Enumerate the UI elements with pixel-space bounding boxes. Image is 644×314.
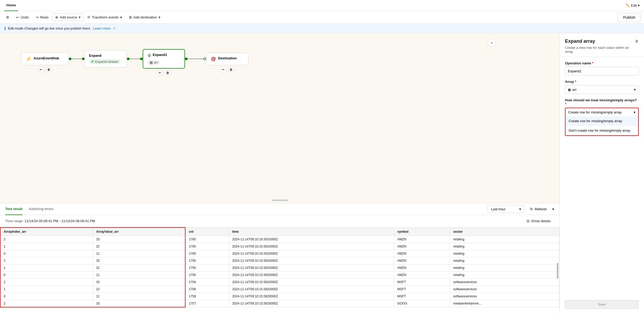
node-edit-button[interactable]: ✏ bbox=[157, 70, 163, 76]
table-row: 23317562024-11-14T09:10:15.5820000ZAMZNr… bbox=[0, 257, 559, 264]
node-actions: ✏ 🗑 bbox=[157, 70, 171, 76]
table-cell: MSFT bbox=[394, 286, 450, 293]
col-header-time: time bbox=[229, 227, 394, 236]
table-cell: retailing bbox=[450, 250, 559, 257]
info-bar: ℹ Edit mode Changes will go live once yo… bbox=[0, 24, 644, 33]
right-panel: Expand array Create a new row for each v… bbox=[559, 33, 644, 314]
operation-name-input[interactable] bbox=[565, 67, 639, 75]
col-header-cnt: cnt bbox=[185, 227, 229, 236]
table-cell: mediaentertainme... bbox=[450, 300, 559, 307]
missing-arrays-field: How should we treat missing/empty arrays… bbox=[565, 98, 639, 136]
node-actions-dest: ✏ 🗑 bbox=[220, 66, 234, 73]
table-cell: 1760 bbox=[185, 250, 229, 257]
results-table: ArrayIndex_arr ArrayValue_arr cnt time s… bbox=[0, 227, 559, 307]
tab-authoring-errors[interactable]: Authoring errors bbox=[29, 203, 53, 215]
add-node-button[interactable]: + bbox=[488, 39, 496, 47]
table-row: 23317602024-11-14T09:10:16.5910000ZAMZNr… bbox=[0, 236, 559, 243]
panel-subtitle: Create a new row for each value within a… bbox=[565, 46, 635, 54]
table-cell: MSFT bbox=[394, 293, 450, 300]
add-destination-chevron-icon: ▾ bbox=[159, 15, 160, 19]
table-cell: 1758 bbox=[185, 293, 229, 300]
save-button[interactable]: Save bbox=[565, 300, 639, 309]
table-cell: 22 bbox=[93, 243, 185, 250]
destination-icon: 🎯 bbox=[211, 56, 216, 61]
expand-chevron-icon[interactable]: ▾ bbox=[552, 207, 554, 211]
table-cell: 1756 bbox=[185, 257, 229, 264]
node-subtitle: ⟳ Expand-stream bbox=[89, 59, 121, 64]
table-cell: 0 bbox=[0, 293, 93, 300]
table-cell: 1758 bbox=[185, 286, 229, 293]
publish-button[interactable]: Publish bbox=[618, 13, 641, 22]
home-tab[interactable]: Home bbox=[4, 0, 18, 11]
missing-arrays-select[interactable]: Create row for missing/empty array ▾ bbox=[565, 108, 639, 116]
node-edit-button[interactable]: ✏ bbox=[38, 66, 44, 73]
node-delete-button[interactable]: 🗑 bbox=[165, 70, 171, 76]
edit-pencil-icon: ✏️ bbox=[626, 3, 630, 7]
add-destination-icon: ⊞ bbox=[129, 15, 132, 19]
table-cell: AMZN bbox=[394, 236, 450, 243]
time-range-chevron-icon: ▾ bbox=[519, 207, 521, 211]
show-details-button[interactable]: ⊟ Show details bbox=[523, 217, 554, 225]
table-cell: AMZN bbox=[394, 264, 450, 272]
table-cell: 1 bbox=[0, 286, 93, 293]
tab-test-result[interactable]: Test result bbox=[5, 203, 22, 215]
table-cell: 2024-11-14T09:10:15.5820000Z bbox=[229, 279, 394, 286]
time-range-select[interactable]: Last hour ▾ bbox=[488, 205, 525, 213]
redo-button[interactable]: ↪ Redo bbox=[33, 13, 51, 21]
array-select[interactable]: ▦ arr ▾ bbox=[565, 85, 639, 94]
bottom-panel: Test result Authoring errors Last hour ▾… bbox=[0, 203, 559, 314]
undo-button[interactable]: ↩ Undo bbox=[13, 13, 32, 21]
node-destination[interactable]: 🎯 Destination ✏ 🗑 bbox=[206, 53, 248, 65]
table-cell: retailing bbox=[450, 272, 559, 279]
table-cell: 2024-11-14T09:10:15.5820000Z bbox=[229, 257, 394, 264]
redo-icon: ↪ bbox=[36, 15, 39, 19]
node-azure-event-hub[interactable]: ⚡ AzureEventHub ✏ 🗑 bbox=[21, 53, 69, 65]
panel-header: Expand array Create a new row for each v… bbox=[560, 33, 644, 57]
array-select-chevron-icon: ▾ bbox=[634, 88, 636, 92]
array-label: Array * bbox=[565, 80, 639, 84]
info-icon: ℹ bbox=[4, 26, 6, 31]
horizontal-scrollbar[interactable] bbox=[272, 199, 288, 201]
node-actions: ✏ 🗑 bbox=[38, 66, 52, 73]
table-cell: GOOG bbox=[394, 300, 450, 307]
add-destination-button[interactable]: ⊞ Add destination ▾ bbox=[126, 13, 164, 21]
node-delete-button[interactable]: 🗑 bbox=[46, 66, 52, 73]
table-cell: retailing bbox=[450, 236, 559, 243]
data-table[interactable]: ArrayIndex_arr ArrayValue_arr cnt time s… bbox=[0, 227, 559, 314]
top-bar: Home ✏️ Edit ▾ bbox=[0, 0, 644, 11]
missing-arrays-label: How should we treat missing/empty arrays… bbox=[565, 98, 639, 106]
vertical-scrollbar[interactable] bbox=[557, 263, 558, 279]
add-source-chevron-icon: ▾ bbox=[79, 15, 81, 19]
table-cell: 1760 bbox=[185, 243, 229, 250]
canvas-area[interactable]: ⚡ AzureEventHub ✏ 🗑 Expand bbox=[0, 33, 559, 203]
edit-chevron-icon: ▾ bbox=[638, 3, 640, 7]
node-subtitle: ▦ arr bbox=[147, 60, 160, 65]
connector-1 bbox=[69, 58, 85, 60]
node-edit-button[interactable]: ✏ bbox=[220, 66, 226, 73]
node-delete-button[interactable]: 🗑 bbox=[228, 66, 234, 73]
close-panel-button[interactable]: ✕ bbox=[635, 39, 639, 44]
table-cell: 0 bbox=[0, 250, 93, 257]
table-cell: 1760 bbox=[185, 236, 229, 243]
option-create-row[interactable]: Create row for missing/empty array bbox=[566, 116, 638, 126]
learn-more-link[interactable]: Learn more bbox=[93, 26, 110, 30]
refresh-button[interactable]: ↻ Refresh bbox=[527, 205, 550, 213]
table-row: 12217562024-11-14T09:10:15.5820000ZAMZNr… bbox=[0, 264, 559, 272]
option-dont-create-row[interactable]: Don't create row for missing/empty array bbox=[566, 126, 638, 135]
plus-icon: + bbox=[491, 41, 493, 45]
table-cell: 2024-11-14T09:10:15.5820000Z bbox=[229, 300, 394, 307]
transform-events-button[interactable]: ⟳ Transform events ▾ bbox=[85, 13, 125, 21]
time-range-prefix: Time range: bbox=[5, 219, 25, 223]
table-cell: 1758 bbox=[185, 279, 229, 286]
settings-button[interactable]: ⚙ bbox=[3, 13, 12, 21]
table-row: 12217582024-11-14T09:10:15.5820000ZMSFTs… bbox=[0, 286, 559, 293]
edit-button[interactable]: ✏️ Edit ▾ bbox=[626, 3, 640, 7]
col-header-array-index: ArrayIndex_arr bbox=[0, 227, 93, 236]
node-expand[interactable]: Expand ⟳ Expand-stream bbox=[85, 50, 127, 68]
table-row: 23317572024-11-14T09:10:15.5820000ZGOOGm… bbox=[0, 300, 559, 307]
event-hub-icon: ⚡ bbox=[26, 56, 31, 62]
node-expand1[interactable]: ⚙ Expand1 ▦ arr ✏ 🗑 bbox=[143, 49, 185, 69]
col-header-array-value: ArrayValue_arr bbox=[93, 227, 185, 236]
table-cell: 33 bbox=[93, 236, 185, 243]
add-source-button[interactable]: ⊕ Add source ▾ bbox=[52, 13, 84, 21]
